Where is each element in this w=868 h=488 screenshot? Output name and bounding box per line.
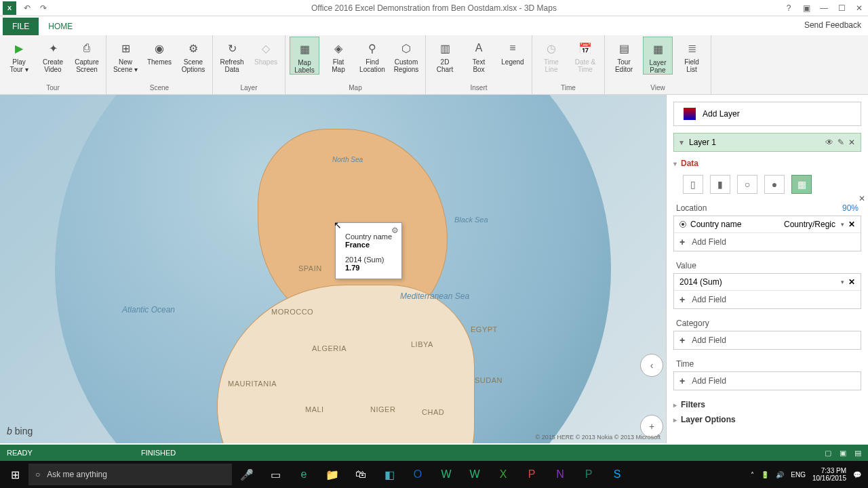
app-icon[interactable]: ◧ [376, 464, 403, 485]
map-canvas[interactable]: Atlantic Ocean North Sea Black Sea Medit… [0, 95, 666, 443]
chevron-right-icon: ▸ [673, 416, 677, 424]
rename-icon[interactable]: ✎ [837, 138, 844, 147]
remove-field-button[interactable]: ✕ [848, 220, 855, 229]
play-tour-button[interactable]: ▶Play Tour ▾ [4, 37, 34, 73]
filters-section-header[interactable]: ▸Filters [673, 397, 861, 412]
add-value-field-button[interactable]: +Add Field [674, 291, 861, 308]
tooltip-gear-icon[interactable]: ⚙ [391, 226, 399, 235]
morocco-label: MOROCCO [271, 308, 313, 316]
visibility-icon[interactable]: 👁 [825, 138, 833, 147]
chevron-down-icon[interactable]: ▾ [841, 279, 844, 285]
viz-clustered-column-button[interactable]: ▮ [710, 175, 730, 194]
plus-icon: + [679, 237, 685, 247]
store-icon[interactable]: 🛍 [347, 464, 374, 485]
egypt-label: EGYPT [471, 325, 498, 333]
help-button[interactable]: ? [780, 1, 797, 15]
send-feedback-link[interactable]: Send Feedback [804, 20, 861, 30]
layer-options-section-header[interactable]: ▸Layer Options [673, 412, 861, 427]
close-button[interactable]: ✕ [850, 1, 868, 15]
sudan-label: SUDAN [475, 376, 502, 384]
outlook-icon[interactable]: O [404, 464, 431, 485]
maximize-button[interactable]: ☐ [833, 1, 850, 15]
map-labels-button[interactable]: ▦Map Labels [290, 37, 319, 75]
libya-label: LIBYA [411, 340, 433, 348]
radio-icon[interactable] [679, 221, 686, 228]
data-section-header[interactable]: ▾ Data [673, 156, 861, 171]
word-icon[interactable]: W [433, 464, 460, 485]
language-indicator[interactable]: ENG [791, 471, 806, 479]
field-list-button[interactable]: ≣Field List [677, 37, 707, 73]
capture-screen-button[interactable]: ⎙Capture Screen [72, 37, 102, 73]
legend-button[interactable]: ≡Legend [498, 37, 528, 66]
status-finished: FINISHED [141, 449, 176, 457]
flat-map-button[interactable]: ◈Flat Map [323, 37, 353, 73]
2d-chart-button[interactable]: ▥2D Chart [430, 37, 460, 73]
skype-icon[interactable]: S [604, 464, 631, 485]
collapse-layer-icon[interactable]: ▾ [679, 138, 684, 147]
text-box-button[interactable]: AText Box [464, 37, 494, 73]
add-location-field-button[interactable]: +Add Field [674, 233, 861, 251]
undo-button[interactable]: ↶ [19, 1, 35, 15]
viz-bubble-button[interactable]: ○ [737, 175, 757, 194]
view-normal-icon[interactable]: ▢ [825, 449, 831, 458]
file-explorer-icon[interactable]: 📁 [319, 464, 346, 485]
view-pagelayout-icon[interactable]: ▣ [840, 449, 846, 458]
tray-chevron-icon[interactable]: ˄ [751, 471, 754, 479]
cortana-search[interactable]: ○Ask me anything [28, 464, 232, 485]
start-button[interactable]: ⊞ [3, 464, 27, 485]
tooltip-value-1: France [345, 241, 392, 249]
task-view-icon[interactable]: ▭ [262, 464, 289, 485]
remove-value-button[interactable]: ✕ [848, 277, 855, 287]
add-category-field-button[interactable]: +Add Field [674, 331, 861, 349]
viz-heatmap-button[interactable]: ● [764, 175, 785, 194]
map-group-label: Map [349, 84, 361, 93]
status-ready: READY [7, 449, 33, 457]
redo-button[interactable]: ↷ [35, 1, 52, 15]
layer-pane-button[interactable]: ▦Layer Pane [643, 37, 673, 75]
excel-taskbar-icon[interactable]: X [490, 464, 517, 485]
time-field-box: +Add Field [673, 371, 861, 390]
home-tab[interactable]: HOME [39, 18, 82, 35]
edge-icon[interactable]: e [290, 464, 317, 485]
time-group-label: Time [561, 84, 576, 93]
clock[interactable]: 7:33 PM10/16/2015 [812, 467, 846, 482]
publisher-icon[interactable]: P [575, 464, 602, 485]
file-tab[interactable]: FILE [3, 18, 39, 35]
delete-layer-icon[interactable]: ✕ [848, 138, 855, 147]
location-field-box: Country name Country/Regic▾✕ +Add Field [673, 216, 861, 251]
onenote-icon[interactable]: N [547, 464, 574, 485]
chevron-down-icon[interactable]: ▾ [841, 221, 844, 228]
word2-icon[interactable]: W [461, 464, 488, 485]
mediterranean-label: Mediterranean Sea [400, 291, 469, 301]
mic-icon[interactable]: 🎤 [233, 464, 260, 485]
themes-button[interactable]: ◉Themes [144, 37, 174, 66]
powerpoint-icon[interactable]: P [518, 464, 545, 485]
value-label: Value [676, 261, 696, 270]
value-field-row[interactable]: 2014 (Sum) ▾✕ [674, 274, 861, 291]
battery-icon[interactable]: 🔋 [761, 471, 769, 479]
close-pane-button[interactable]: ✕ [859, 194, 865, 203]
view-pagebreak-icon[interactable]: ▤ [854, 449, 861, 458]
confidence-value[interactable]: 90% [842, 203, 859, 213]
volume-icon[interactable]: 🔊 [776, 471, 784, 479]
main-area: Atlantic Ocean North Sea Black Sea Medit… [0, 95, 868, 443]
add-layer-button[interactable]: Add Layer [673, 102, 861, 126]
scene-options-button[interactable]: ⚙Scene Options [178, 37, 208, 73]
new-scene-button[interactable]: ⊞New Scene ▾ [111, 37, 140, 73]
find-location-button[interactable]: ⚲Find Location [357, 37, 387, 73]
ribbon-display-button[interactable]: ▣ [797, 1, 815, 15]
notifications-icon[interactable]: 💬 [853, 471, 861, 479]
viz-region-button[interactable]: ▦ [791, 175, 812, 194]
custom-regions-button[interactable]: ⬡Custom Regions [391, 37, 421, 73]
minimize-button[interactable]: — [815, 1, 833, 15]
tour-group-label: Tour [46, 84, 59, 93]
rotate-left-button[interactable]: ‹ [640, 354, 663, 377]
location-field-row[interactable]: Country name Country/Regic▾✕ [674, 216, 861, 233]
excel-icon: X [3, 1, 16, 15]
create-video-button[interactable]: ✦Create Video [38, 37, 68, 73]
viz-stacked-column-button[interactable]: ▯ [683, 175, 703, 194]
tour-editor-button[interactable]: ▤Tour Editor [609, 37, 639, 73]
refresh-data-button[interactable]: ↻Refresh Data [217, 37, 247, 73]
layer-header[interactable]: ▾ Layer 1 👁 ✎ ✕ [673, 133, 861, 152]
add-time-field-button[interactable]: +Add Field [674, 372, 861, 390]
